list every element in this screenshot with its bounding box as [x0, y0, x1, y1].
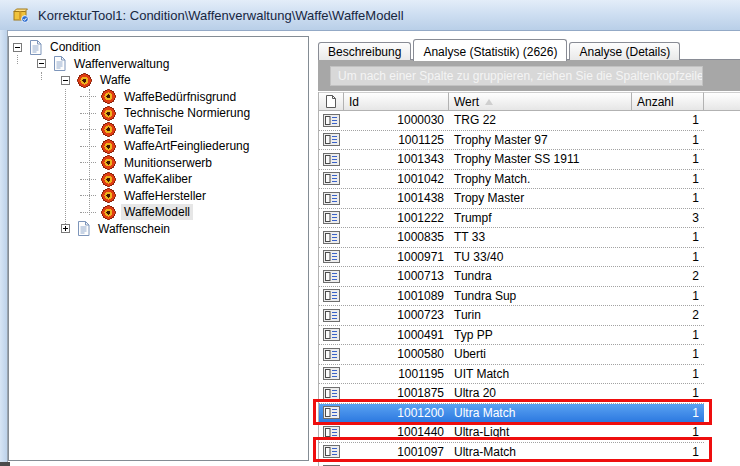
row-indicator-cell: [319, 367, 344, 380]
record-icon: [323, 211, 340, 224]
tree-expander-icon[interactable]: [13, 43, 22, 52]
app-package-tool-icon: [12, 7, 30, 23]
tree-item-technische-normierung[interactable]: Technische Normierung: [9, 105, 308, 122]
row-indicator-cell: [319, 328, 344, 341]
tab-beschreibung[interactable]: Beschreibung: [318, 42, 411, 60]
table-row[interactable]: 1001200 Ultra Match 1: [319, 404, 704, 424]
cell-id: 1000971: [344, 250, 449, 264]
tree-item-waffekaliber[interactable]: WaffeKaliber: [9, 171, 308, 188]
row-indicator-cell: [319, 348, 344, 361]
table-row[interactable]: 1001125 Trophy Master 97 1: [319, 131, 704, 151]
tree-expander-icon[interactable]: [61, 224, 70, 233]
cell-anzahl: 1: [632, 133, 704, 147]
tree-item-waffenschein[interactable]: Waffenschein: [9, 221, 308, 238]
table-row[interactable]: 1001222 Trumpf 3: [319, 209, 704, 229]
cell-wert: Ultra 20: [449, 386, 632, 400]
tab-analyse-statistik-2626-[interactable]: Analyse (Statistik) (2626): [413, 39, 567, 61]
column-header-id[interactable]: Id: [344, 92, 449, 111]
title-bar: KorrekturTool1: Condition\Waffenverwaltu…: [0, 0, 740, 31]
record-icon: [323, 270, 340, 283]
table-row[interactable]: 1000971 TU 33/40 1: [319, 248, 704, 268]
report-icon: [77, 221, 90, 236]
tree-item-waffemodell[interactable]: WaffeModell: [9, 204, 308, 221]
target-icon: [101, 205, 116, 220]
cell-wert: Trumpf: [449, 211, 632, 225]
tree-expander-icon: [85, 109, 94, 118]
tree-item-waffebed-rfnisgrund[interactable]: WaffeBedürfnisgrund: [9, 89, 308, 106]
record-icon: [323, 348, 340, 361]
cell-anzahl: 1: [632, 406, 704, 420]
cell-anzahl: 3: [632, 211, 704, 225]
target-icon: [101, 155, 116, 170]
table-row[interactable]: 1001089 Tundra Sup 1: [319, 287, 704, 307]
group-by-hint: Um nach einer Spalte zu gruppieren, zieh…: [330, 66, 703, 86]
sort-ascending-icon: [485, 99, 493, 105]
tree-item-waffe[interactable]: Waffe: [9, 72, 308, 89]
tab-analyse-details-[interactable]: Analyse (Details): [569, 42, 680, 60]
table-row[interactable]: 1001042 Trophy Match. 1: [319, 170, 704, 190]
table-row[interactable]: 1000835 TT 33 1: [319, 228, 704, 248]
column-header-wert-label: Wert: [454, 93, 479, 111]
window-title: KorrekturTool1: Condition\Waffenverwaltu…: [38, 8, 404, 23]
row-indicator-cell: [319, 114, 344, 127]
cell-wert: Tropy Master: [449, 191, 632, 205]
table-row[interactable]: 1000491 Typ PP 1: [319, 326, 704, 346]
tree-item-label: Waffenverwaltung: [71, 56, 172, 72]
table-row[interactable]: 1001438 Tropy Master 1: [319, 189, 704, 209]
row-indicator-cell: [319, 250, 344, 263]
cell-anzahl: 1: [632, 250, 704, 264]
grid-header-row: Id Wert Anzahl: [318, 92, 740, 111]
cell-wert: TU 33/40: [449, 250, 632, 264]
tree-item-waffeteil[interactable]: WaffeTeil: [9, 122, 308, 139]
column-header-wert[interactable]: Wert: [449, 92, 632, 111]
cell-wert: Turin: [449, 308, 632, 322]
table-row[interactable]: 1001195 UIT Match 1: [319, 365, 704, 385]
row-indicator-cell: [319, 270, 344, 283]
tree-connector-line: [17, 55, 18, 64]
table-row[interactable]: 1001343 Trophy Master SS 1911 1: [319, 150, 704, 170]
tree-expander-icon: [85, 208, 94, 217]
tree-item-waffehersteller[interactable]: WaffeHersteller: [9, 188, 308, 205]
table-row[interactable]: 1001097 Ultra-Match 1: [319, 443, 704, 463]
tree-expander-icon: [85, 158, 94, 167]
tree-item-condition[interactable]: Condition: [9, 39, 308, 56]
tree-item-label: WaffeKaliber: [121, 171, 195, 187]
group-by-panel[interactable]: Um nach einer Spalte zu gruppieren, zieh…: [318, 60, 740, 91]
record-icon: [323, 192, 340, 205]
tree-expander-icon: [85, 125, 94, 134]
tree-expander-icon[interactable]: [37, 59, 46, 68]
table-row[interactable]: 1000030 TRG 22 1: [319, 111, 704, 131]
tree-item-munitionserwerb[interactable]: Munitionserwerb: [9, 155, 308, 172]
target-icon: [101, 89, 116, 104]
tree-item-label: Munitionserwerb: [121, 155, 215, 171]
table-row[interactable]: 1000713 Tundra 2: [319, 267, 704, 287]
tree-expander-icon[interactable]: [61, 76, 70, 85]
tree-expander-icon: [85, 92, 94, 101]
record-icon: [323, 172, 340, 185]
record-icon: [323, 231, 340, 244]
tree-item-waffenverwaltung[interactable]: Waffenverwaltung: [9, 56, 308, 73]
grid-rows: 1000030 TRG 22 1 1001125 Trophy Master 9…: [318, 111, 704, 466]
table-row[interactable]: 1000015 Unbekannt 36: [319, 462, 704, 466]
tree-item-label: WaffeTeil: [121, 122, 176, 138]
cell-wert: Typ PP: [449, 328, 632, 342]
table-row[interactable]: 1000580 Uberti 1: [319, 345, 704, 365]
table-row[interactable]: 1001440 Ultra-Light 1: [319, 423, 704, 443]
cell-id: 1001200: [344, 406, 449, 420]
cell-anzahl: 1: [632, 347, 704, 361]
target-icon: [101, 172, 116, 187]
tree-connector-line: [65, 89, 66, 228]
column-header-anzahl[interactable]: Anzahl: [632, 92, 704, 111]
tree-item-waffeartfeingliederung[interactable]: WaffeArtFeingliederung: [9, 138, 308, 155]
cell-id: 1000580: [344, 347, 449, 361]
cell-anzahl: 1: [632, 367, 704, 381]
tree-expander-icon: [85, 191, 94, 200]
cell-wert: Ultra-Light: [449, 425, 632, 439]
cell-anzahl: 1: [632, 386, 704, 400]
table-row[interactable]: 1000723 Turin 2: [319, 306, 704, 326]
table-row[interactable]: 1001875 Ultra 20 1: [319, 384, 704, 404]
row-indicator-cell: [319, 133, 344, 146]
cell-id: 1001195: [344, 367, 449, 381]
row-indicator-cell: [319, 172, 344, 185]
row-indicator-cell: [319, 153, 344, 166]
